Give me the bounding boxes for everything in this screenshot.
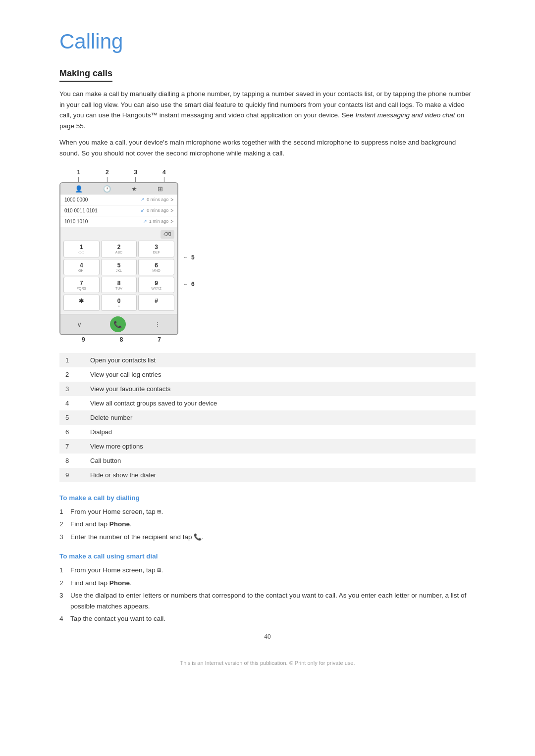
dial-key-3[interactable]: 3DEF [138, 241, 174, 257]
dialpad-grid: 1◌◌ 2ABC 3DEF 4GHI 5JKL 6MNO 7PQRS 8TUV … [63, 241, 174, 311]
ref-desc: Call button [84, 454, 476, 468]
delete-button[interactable]: ⌫ [160, 230, 174, 239]
subsection2-title: To make a call using smart dial [59, 553, 476, 560]
delete-row: ⌫ [63, 230, 174, 239]
ref-num: 7 [59, 439, 84, 454]
section-title: Making calls [59, 68, 112, 82]
phone-diagram: 1 2 3 4 | | | | 👤 🕐 ★ ⊞ 1000 0000 [59, 169, 476, 343]
ref-desc: View your call log entries [84, 367, 476, 382]
table-row: 2 View your call log entries [59, 367, 476, 382]
call-log-row: 1000 0000 ↗ 0 mins ago > [60, 195, 177, 205]
chevron-down-icon[interactable]: ∨ [77, 320, 82, 328]
more-options-icon[interactable]: ⋮ [154, 320, 161, 328]
ann-8-label: 8 [103, 336, 141, 343]
ref-desc: Delete number [84, 410, 476, 425]
ann-2-label: 2 [93, 169, 122, 176]
calllog-tab-icon: 🕐 [103, 185, 111, 193]
page-number: 40 [59, 633, 476, 640]
ref-desc: View your favourite contacts [84, 382, 476, 396]
ref-num: 4 [59, 396, 84, 410]
subsection1-title: To make a call by dialling [59, 494, 476, 502]
contacts-tab-icon: 👤 [75, 185, 83, 193]
table-row: 3 View your favourite contacts [59, 382, 476, 396]
dial-key-1[interactable]: 1◌◌ [63, 241, 100, 257]
table-row: 7 View more options [59, 439, 476, 454]
call-log-row: 1010 1010 ↗ 1 min ago > [60, 216, 177, 227]
ref-desc: Dialpad [84, 425, 476, 439]
subsection1-steps: 1 From your Home screen, tap ⊞. 2 Find a… [59, 506, 476, 543]
table-row: 9 Hide or show the dialer [59, 468, 476, 482]
list-item: 3 Enter the number of the recipient and … [59, 532, 476, 543]
ref-num: 6 [59, 425, 84, 439]
list-item: 1 From your Home screen, tap ⊞. [59, 506, 476, 517]
ref-desc: Hide or show the dialer [84, 468, 476, 482]
dial-key-9[interactable]: 9WXYZ [138, 277, 174, 293]
dial-key-5[interactable]: 5JKL [101, 259, 137, 275]
ann-1-label: 1 [64, 169, 93, 176]
ref-num: 1 [59, 353, 84, 367]
ann-5-side: ← 5 [183, 254, 195, 261]
ref-num: 8 [59, 454, 84, 468]
dial-key-7[interactable]: 7PQRS [63, 277, 100, 293]
list-item: 3 Use the dialpad to enter letters or nu… [59, 590, 476, 611]
reference-table: 1 Open your contacts list 2 View your ca… [59, 353, 476, 482]
ref-num: 9 [59, 468, 84, 482]
intro-paragraph-1: You can make a call by manually dialling… [59, 89, 476, 131]
ann-7-label: 7 [140, 336, 178, 343]
subsection2-steps: 1 From your Home screen, tap ⊞. 2 Find a… [59, 565, 476, 624]
table-row: 4 View all contact groups saved to your … [59, 396, 476, 410]
call-log-list: 1000 0000 ↗ 0 mins ago > 010 0011 0101 ↙… [60, 195, 177, 227]
phone-mockup: 👤 🕐 ★ ⊞ 1000 0000 ↗ 0 mins ago > 010 001… [59, 182, 178, 335]
dialpad-area: ⌫ 1◌◌ 2ABC 3DEF 4GHI 5JKL 6MNO 7PQRS 8TU… [60, 227, 177, 314]
page-footer: This is an Internet version of this publ… [59, 660, 476, 666]
list-item: 1 From your Home screen, tap ⊞. [59, 565, 476, 576]
table-row: 6 Dialpad [59, 425, 476, 439]
groups-tab-icon: ⊞ [158, 185, 163, 193]
favourites-tab-icon: ★ [131, 185, 137, 193]
list-item: 2 Find and tap Phone. [59, 578, 476, 589]
dial-key-6[interactable]: 6MNO [138, 259, 174, 275]
table-row: 5 Delete number [59, 410, 476, 425]
phone-bottom-bar: ∨ 📞 ⋮ [60, 314, 177, 334]
page-title: Calling [59, 30, 476, 53]
ann-4-label: 4 [150, 169, 179, 176]
dial-key-hash[interactable]: # [138, 295, 174, 311]
list-item: 4 Tap the contact you want to call. [59, 613, 476, 624]
ann-9-label: 9 [64, 336, 103, 343]
call-log-row: 010 0011 0101 ↙ 0 mins ago > [60, 205, 177, 216]
ref-num: 5 [59, 410, 84, 425]
ref-desc: View more options [84, 439, 476, 454]
list-item: 2 Find and tap Phone. [59, 519, 476, 530]
dial-key-2[interactable]: 2ABC [101, 241, 137, 257]
ref-desc: Open your contacts list [84, 353, 476, 367]
dial-key-0[interactable]: 0+ [101, 295, 137, 311]
ann-3-label: 3 [121, 169, 150, 176]
ann-6-side: ← 6 [183, 281, 195, 288]
dial-key-star[interactable]: ✱ [63, 295, 100, 311]
intro-paragraph-2: When you make a call, your device's main… [59, 137, 476, 158]
dial-key-8[interactable]: 8TUV [101, 277, 137, 293]
table-row: 1 Open your contacts list [59, 353, 476, 367]
call-button[interactable]: 📞 [110, 316, 126, 332]
ref-desc: View all contact groups saved to your de… [84, 396, 476, 410]
dial-key-4[interactable]: 4GHI [63, 259, 100, 275]
table-row: 8 Call button [59, 454, 476, 468]
phone-tabs: 👤 🕐 ★ ⊞ [60, 183, 177, 195]
ref-num: 2 [59, 367, 84, 382]
ref-num: 3 [59, 382, 84, 396]
